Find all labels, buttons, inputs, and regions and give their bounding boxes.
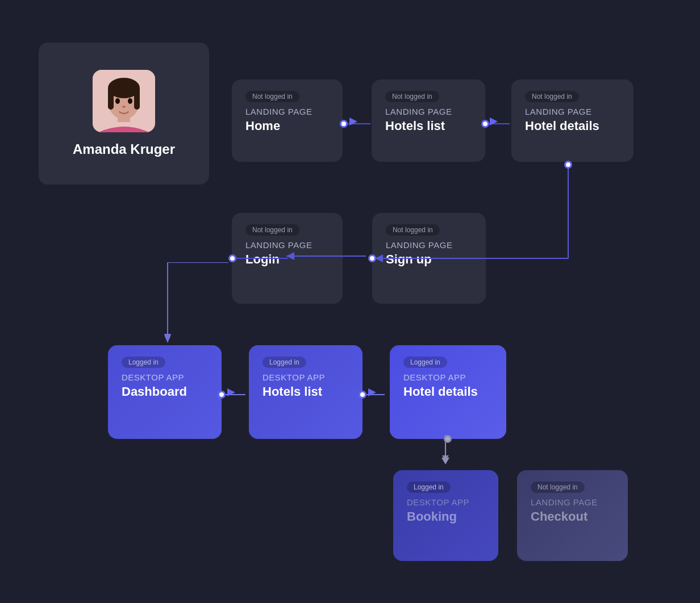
dot-dashboard-right [218, 391, 226, 399]
svg-marker-31 [227, 388, 235, 396]
hotel-details-2-status: Logged in [403, 357, 447, 368]
login-category: LANDING PAGE [245, 240, 329, 250]
card-dashboard: Logged in DESKTOP APP Dashboard [108, 345, 222, 439]
dashboard-category: DESKTOP APP [122, 372, 208, 382]
svg-marker-30 [164, 335, 171, 343]
svg-marker-25 [375, 254, 383, 262]
arrow-hotelslist2-hoteldetails2 [368, 388, 380, 396]
hotels-list-2-category: DESKTOP APP [262, 372, 349, 382]
arrow-hotelslist1-hoteldetails1 [490, 118, 501, 125]
svg-point-18 [115, 98, 120, 104]
arrow-dashboard-hotelslist2 [227, 388, 239, 396]
dot-signup-left [368, 254, 376, 262]
svg-rect-16 [108, 87, 114, 110]
hotels-list-2-title: Hotels list [262, 384, 349, 399]
home-title: Home [245, 119, 329, 133]
svg-point-20 [122, 106, 126, 108]
booking-category: DESKTOP APP [407, 497, 485, 507]
dot-home-right [340, 120, 348, 128]
dot-hoteldetails2-bottom [444, 435, 452, 443]
dot-hotelslist2-right [359, 391, 366, 399]
login-status: Not logged in [245, 224, 299, 236]
hotel-details-2-title: Hotel details [403, 384, 493, 399]
dot-hotelslist1-right [481, 120, 489, 128]
card-booking: Logged in DESKTOP APP Booking [393, 470, 498, 561]
card-hotels-list-2: Logged in DESKTOP APP Hotels list [249, 345, 363, 439]
profile-name: Amanda Kruger [73, 141, 175, 157]
svg-rect-17 [134, 87, 140, 110]
card-hotels-list-1: Not logged in LANDING PAGE Hotels list [372, 79, 485, 162]
checkout-category: LANDING PAGE [531, 497, 614, 507]
arrow-hoteldetails2-down [441, 444, 449, 467]
hotels-list-1-status: Not logged in [385, 91, 439, 102]
svg-point-19 [128, 98, 132, 104]
hotel-details-1-category: LANDING PAGE [525, 107, 620, 116]
booking-title: Booking [407, 509, 485, 524]
hotel-details-1-status: Not logged in [525, 91, 579, 102]
svg-marker-32 [368, 388, 376, 396]
dashboard-title: Dashboard [122, 384, 208, 399]
arrow-home-hotels [349, 118, 361, 125]
card-checkout: Not logged in LANDING PAGE Checkout [517, 470, 628, 561]
card-home: Not logged in LANDING PAGE Home [232, 79, 343, 162]
profile-card: Amanda Kruger [39, 43, 209, 185]
home-status: Not logged in [245, 91, 299, 102]
hotel-details-2-category: DESKTOP APP [403, 372, 493, 382]
dot-login-left [228, 254, 236, 262]
home-category: LANDING PAGE [245, 107, 329, 116]
hotels-list-1-category: LANDING PAGE [385, 107, 472, 116]
booking-status: Logged in [407, 481, 451, 493]
svg-marker-21 [349, 118, 357, 125]
checkout-status: Not logged in [531, 481, 585, 493]
connector-hoteldetails-signup [375, 168, 571, 264]
dot-hoteldetails1-bottom [564, 161, 572, 169]
hotel-details-1-title: Hotel details [525, 119, 620, 133]
dashboard-status: Logged in [122, 357, 165, 368]
arrow-signup-login [286, 252, 372, 260]
connector-login-dashboard [163, 262, 237, 345]
avatar [93, 70, 155, 132]
svg-marker-27 [286, 252, 294, 260]
flow-diagram: Amanda Kruger Not logged in LANDING PAGE… [0, 0, 700, 603]
svg-marker-22 [490, 118, 498, 125]
svg-marker-34 [441, 458, 449, 464]
hotels-list-1-title: Hotels list [385, 119, 472, 133]
hotels-list-2-status: Logged in [262, 357, 306, 368]
card-hotel-details-1: Not logged in LANDING PAGE Hotel details [511, 79, 634, 162]
checkout-title: Checkout [531, 509, 614, 524]
card-hotel-details-2: Logged in DESKTOP APP Hotel details [390, 345, 506, 439]
